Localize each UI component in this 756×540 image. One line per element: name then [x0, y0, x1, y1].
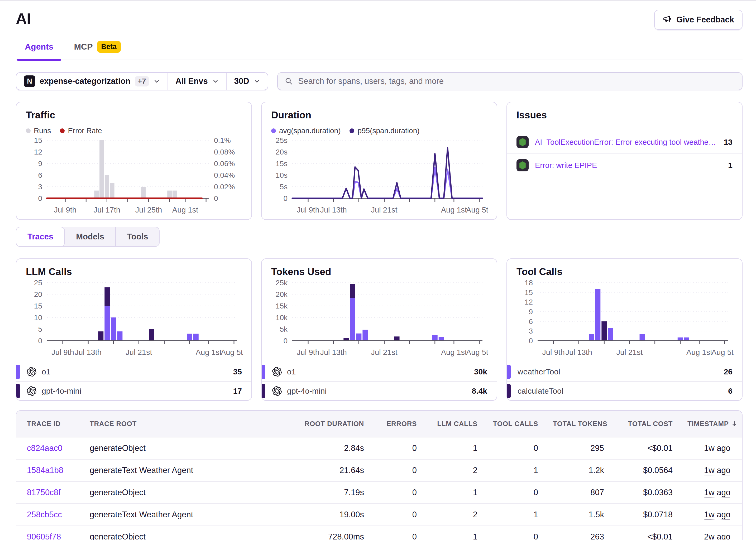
col-timestamp[interactable]: TIMESTAMP: [680, 411, 742, 437]
svg-text:5s: 5s: [280, 183, 287, 191]
openai-icon: [272, 367, 282, 376]
svg-text:5: 5: [38, 325, 42, 333]
tool-calls-card: Tool Calls 0369121518Jul 9thJul 13thJul …: [507, 258, 743, 401]
svg-text:Aug 5th: Aug 5th: [466, 348, 488, 356]
svg-text:15: 15: [34, 137, 42, 145]
tab-tools[interactable]: Tools: [116, 227, 159, 246]
col-label: TRACE ROOT: [90, 420, 137, 428]
openai-icon: [27, 367, 36, 376]
trace-id-link[interactable]: 1584a1b8: [27, 466, 63, 475]
legend-dot-icon: [60, 128, 65, 133]
traffic-legend: RunsError Rate: [26, 127, 242, 135]
legend-dot-icon: [271, 128, 276, 133]
series-color-strip: [16, 365, 20, 379]
legend-label: Error Rate: [68, 127, 102, 135]
timestamp[interactable]: 1w ago: [704, 466, 730, 475]
legend-dot-icon: [350, 128, 354, 133]
series-color-strip: [507, 384, 511, 398]
col-label: ROOT DURATION: [305, 420, 364, 428]
chevron-down-icon: [253, 78, 260, 85]
legend-row[interactable]: o130k: [262, 362, 497, 381]
table-row: c824aac0generateObject2.84s010295<$0.011…: [16, 437, 742, 459]
col-label: TIMESTAMP: [687, 420, 729, 428]
legend-row[interactable]: calculateTool6: [507, 381, 742, 400]
series-color-strip: [262, 365, 265, 379]
svg-text:0: 0: [283, 337, 287, 345]
series-label: weatherTool: [518, 367, 724, 376]
cell-errors: 0: [372, 481, 424, 504]
series-value: 26: [724, 367, 732, 376]
cell-trace-root: generateText Weather Agent: [82, 504, 284, 526]
svg-text:Jul 9th: Jul 9th: [297, 206, 319, 214]
page: AI Give Feedback Agents MCP Beta N: [0, 1, 756, 540]
table-row: 1584a1b8generateText Weather Agent21.64s…: [16, 459, 742, 481]
issue-row: AI_ToolExecutionError: Error executing t…: [507, 131, 742, 154]
cell-trace-id: 258cb5cc: [16, 504, 82, 526]
tab-agents-label: Agents: [25, 42, 53, 52]
legend-row[interactable]: gpt-4o-mini8.4k: [262, 381, 497, 400]
legend-row[interactable]: weatherTool26: [507, 362, 742, 381]
timestamp[interactable]: 2w ago: [704, 532, 730, 540]
svg-text:0.06%: 0.06%: [214, 160, 235, 168]
svg-text:Jul 13th: Jul 13th: [75, 348, 101, 356]
col-llm-calls: LLM CALLS: [424, 411, 485, 437]
cell-total-cost: <$0.01: [611, 526, 680, 540]
col-total-tokens: TOTAL TOKENS: [545, 411, 611, 437]
issue-count: 13: [724, 138, 732, 147]
svg-text:Aug 1st: Aug 1st: [441, 206, 467, 214]
tab-models[interactable]: Models: [65, 227, 116, 246]
env-filter[interactable]: All Envs: [168, 73, 227, 90]
cell-errors: 0: [372, 526, 424, 540]
svg-text:15: 15: [525, 289, 533, 297]
timestamp[interactable]: 1w ago: [704, 444, 730, 453]
svg-text:12: 12: [34, 148, 42, 156]
search-input[interactable]: [298, 76, 735, 86]
cell-root-duration: 21.64s: [284, 459, 372, 481]
chevron-down-icon: [153, 78, 160, 85]
traffic-card: Traffic RunsError Rate 0369121500.02%0.0…: [16, 102, 252, 220]
cell-total-cost: $0.0718: [611, 504, 680, 526]
trace-id-link[interactable]: 81750c8f: [27, 488, 61, 497]
trace-id-link[interactable]: 258cb5cc: [27, 510, 62, 519]
svg-text:15s: 15s: [276, 160, 287, 168]
timestamp[interactable]: 1w ago: [704, 510, 730, 519]
tab-traces[interactable]: Traces: [16, 227, 65, 247]
give-feedback-button[interactable]: Give Feedback: [654, 10, 743, 30]
search-box: [277, 72, 743, 90]
tool-calls-legend-rows: weatherTool26calculateTool6: [507, 362, 742, 400]
traffic-title: Traffic: [26, 110, 242, 121]
col-errors: ERRORS: [372, 411, 424, 437]
cell-root-duration: 2.84s: [284, 437, 372, 459]
tool-calls-chart: 0369121518Jul 9thJul 13thJul 21stAug 1st…: [517, 279, 734, 358]
legend-row[interactable]: o135: [16, 362, 251, 381]
tab-mcp[interactable]: MCP Beta: [65, 38, 130, 60]
issues-title: Issues: [517, 110, 732, 121]
duration-card: Duration avg(span.duration)p95(span.dura…: [261, 102, 497, 220]
svg-text:10: 10: [34, 314, 42, 322]
issue-count: 1: [728, 161, 732, 170]
trace-id-link[interactable]: 90605f78: [27, 532, 61, 540]
svg-text:Jul 21st: Jul 21st: [371, 348, 397, 356]
svg-text:0: 0: [38, 194, 42, 202]
cell-total-tokens: 1.2k: [545, 459, 611, 481]
duration-legend: avg(span.duration)p95(span.duration): [271, 127, 487, 135]
date-range-filter[interactable]: 30D: [227, 73, 268, 90]
project-filter[interactable]: N expense-categorization +7: [16, 73, 168, 90]
tab-agents[interactable]: Agents: [16, 38, 62, 60]
svg-text:Jul 17th: Jul 17th: [94, 206, 120, 214]
col-label: LLM CALLS: [437, 420, 477, 428]
svg-text:Jul 9th: Jul 9th: [52, 348, 74, 356]
duration-chart: 05s10s15s20s25sJul 9thJul 13thJul 21stAu…: [271, 137, 488, 216]
legend-item: Runs: [26, 127, 51, 135]
svg-text:9: 9: [529, 308, 533, 316]
trace-id-link[interactable]: c824aac0: [27, 444, 62, 453]
svg-text:Jul 13th: Jul 13th: [320, 348, 347, 356]
table-body: c824aac0generateObject2.84s010295<$0.011…: [16, 437, 742, 540]
legend-row[interactable]: gpt-4o-mini17: [16, 381, 251, 400]
issue-link[interactable]: AI_ToolExecutionError: Error executing t…: [535, 138, 717, 147]
timestamp[interactable]: 1w ago: [704, 488, 730, 497]
col-trace-root: TRACE ROOT: [82, 411, 284, 437]
svg-text:Jul 13th: Jul 13th: [565, 348, 592, 356]
page-title: AI: [16, 10, 31, 27]
issue-link[interactable]: Error: write EPIPE: [535, 161, 722, 170]
